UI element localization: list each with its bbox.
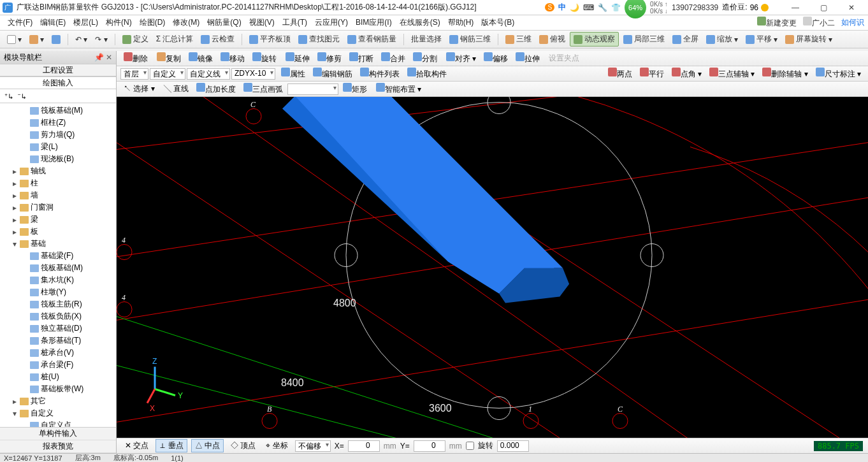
- tree-item[interactable]: ▸其它: [0, 395, 116, 407]
- fullscreen-button[interactable]: 全屏: [669, 32, 702, 46]
- merge-button[interactable]: 合并: [378, 52, 409, 65]
- align-button[interactable]: 对齐 ▾: [443, 52, 479, 65]
- tree-item[interactable]: ▸门窗洞: [0, 201, 116, 213]
- save-button[interactable]: [48, 34, 64, 45]
- menu-modify[interactable]: 修改(M): [169, 16, 203, 29]
- tree-item[interactable]: 剪力墙(Q): [0, 129, 116, 141]
- delaxis-button[interactable]: 删除辅轴 ▾: [759, 67, 811, 80]
- batchsel-button[interactable]: 批量选择: [408, 32, 445, 46]
- user-button[interactable]: 广小二: [803, 17, 835, 29]
- menu-version[interactable]: 版本号(B): [477, 16, 518, 29]
- tree-item[interactable]: 筏板基础(M): [0, 262, 116, 274]
- twopt-button[interactable]: 两点: [605, 67, 635, 80]
- open-button[interactable]: ▾: [26, 34, 47, 45]
- menu-edit[interactable]: 编辑(E): [36, 16, 69, 29]
- sogou-ime-icon[interactable]: S: [545, 3, 554, 11]
- cross-snap[interactable]: ✕ 交点: [122, 440, 152, 452]
- smart-button[interactable]: 智能布置 ▾: [373, 82, 424, 96]
- menu-draw[interactable]: 绘图(D): [136, 16, 170, 29]
- redo-button[interactable]: ↷ ▾: [92, 34, 110, 45]
- break-button[interactable]: 打断: [346, 52, 377, 65]
- rect-button[interactable]: 矩形: [340, 82, 370, 96]
- type-select[interactable]: 自定义线: [187, 68, 230, 80]
- tree-item[interactable]: 桩(U): [0, 371, 116, 383]
- tree-item[interactable]: 筏板负筋(X): [0, 310, 116, 322]
- battery-ball-icon[interactable]: 64%: [625, 0, 646, 18]
- menu-view[interactable]: 视图(V): [245, 16, 278, 29]
- menu-tools[interactable]: 工具(T): [278, 16, 311, 29]
- tree-item[interactable]: 独立基础(D): [0, 322, 116, 335]
- drawing-viewport[interactable]: Z Y X 4800 8400 3600 C 4 4 B 1 C: [117, 97, 868, 438]
- threeaxis-button[interactable]: 三点辅轴 ▾: [706, 67, 758, 80]
- complist-button[interactable]: 构件列表: [357, 67, 403, 80]
- screenrot-button[interactable]: 屏幕旋转 ▾: [782, 32, 835, 46]
- checkrebar-button[interactable]: 查看钢筋量: [344, 32, 400, 46]
- maximize-button[interactable]: ▢: [809, 1, 837, 15]
- tree-item[interactable]: 集水坑(K): [0, 274, 116, 286]
- howto-link[interactable]: 如何识: [841, 17, 864, 28]
- tree-item[interactable]: 现浇板(B): [0, 153, 116, 165]
- mirror-button[interactable]: 镜像: [185, 52, 216, 65]
- tab-project-setup[interactable]: 工程设置: [0, 64, 116, 76]
- perp-snap[interactable]: ⊥ 垂点: [156, 439, 187, 452]
- zoom-button[interactable]: 缩放 ▾: [703, 32, 741, 46]
- menu-cloud[interactable]: 云应用(Y): [311, 16, 352, 29]
- stretch-button[interactable]: 拉伸: [512, 52, 543, 65]
- menu-help[interactable]: 帮助(H): [444, 16, 478, 29]
- offset-button[interactable]: 偏移: [481, 52, 511, 65]
- component-tree[interactable]: 筏板基础(M)框柱(Z)剪力墙(Q)梁(L)现浇板(B)▸轴线▸柱▸墙▸门窗洞▸…: [0, 103, 116, 427]
- vert-snap[interactable]: ◇ 顶点: [228, 440, 259, 452]
- pin-icon[interactable]: 📌 ✕: [94, 53, 112, 62]
- local3d-button[interactable]: 局部三维: [620, 32, 668, 46]
- expand-all-icon[interactable]: ⁺↳: [4, 92, 13, 101]
- select-button[interactable]: ↖ 选择 ▾: [120, 83, 158, 95]
- tree-item[interactable]: 基础板带(W): [0, 383, 116, 395]
- tree-item[interactable]: 自定义点: [0, 419, 116, 427]
- tree-item[interactable]: ▾自定义: [0, 407, 116, 419]
- tree-item[interactable]: ▸梁: [0, 213, 116, 226]
- findpic-button[interactable]: 查找图元: [295, 32, 343, 46]
- collapse-all-icon[interactable]: ⁻↳: [17, 92, 25, 101]
- tree-item[interactable]: 柱墩(Y): [0, 286, 116, 298]
- ptlen-button[interactable]: 点加长度: [193, 82, 239, 96]
- offset-mode[interactable]: 不偏移: [295, 440, 331, 452]
- props-button[interactable]: 属性: [278, 67, 308, 80]
- undo-button[interactable]: ↶ ▾: [72, 34, 90, 45]
- floor-select[interactable]: 首层: [120, 68, 148, 80]
- delete-button[interactable]: 删除: [120, 52, 151, 65]
- menu-rebar[interactable]: 钢筋量(Q): [203, 16, 245, 29]
- menu-bim[interactable]: BIM应用(I): [352, 16, 396, 29]
- tree-item[interactable]: 基础梁(F): [0, 250, 116, 262]
- sum-button[interactable]: Σ 汇总计算: [153, 32, 197, 46]
- tab-draw-input[interactable]: 绘图输入: [0, 76, 116, 89]
- line-button[interactable]: ╲ 直线: [161, 83, 192, 95]
- parallel-button[interactable]: 平行: [637, 67, 667, 80]
- tab-single-input[interactable]: 单构件输入: [0, 428, 116, 440]
- pickcomp-button[interactable]: 拾取构件: [404, 67, 450, 80]
- rotate-input[interactable]: 0.000: [497, 440, 529, 452]
- tree-item[interactable]: 承台梁(F): [0, 359, 116, 371]
- view3d-button[interactable]: 三维: [502, 32, 535, 46]
- tree-item[interactable]: 筏板主筋(R): [0, 298, 116, 310]
- tree-item[interactable]: ▸板: [0, 226, 116, 238]
- minimize-button[interactable]: —: [781, 1, 809, 15]
- pan-button[interactable]: 平移 ▾: [742, 32, 781, 46]
- menu-file[interactable]: 文件(F): [4, 16, 36, 29]
- extend-button[interactable]: 延伸: [282, 52, 313, 65]
- cloudcheck-button[interactable]: 云检查: [198, 32, 238, 46]
- rebar3d-button[interactable]: 钢筋三维: [446, 32, 494, 46]
- move-button[interactable]: 移动: [217, 52, 248, 65]
- dim-button[interactable]: 尺寸标注 ▾: [813, 67, 864, 80]
- tree-item[interactable]: 筏板基础(M): [0, 105, 116, 117]
- tree-item[interactable]: 梁(L): [0, 141, 116, 153]
- ptangle-button[interactable]: 点角 ▾: [669, 67, 705, 80]
- rotate-checkbox[interactable]: [466, 442, 474, 450]
- tree-item[interactable]: 条形基础(T): [0, 335, 116, 347]
- menu-floor[interactable]: 楼层(L): [69, 16, 102, 29]
- draw-mode-select[interactable]: [287, 83, 338, 95]
- sit-snap[interactable]: ⌖ 坐标: [263, 440, 291, 452]
- new-change-button[interactable]: 新建变更: [757, 17, 797, 29]
- ime-lang[interactable]: 中: [558, 2, 566, 13]
- tree-item[interactable]: 桩承台(V): [0, 347, 116, 359]
- dynview-button[interactable]: 动态观察: [570, 32, 619, 47]
